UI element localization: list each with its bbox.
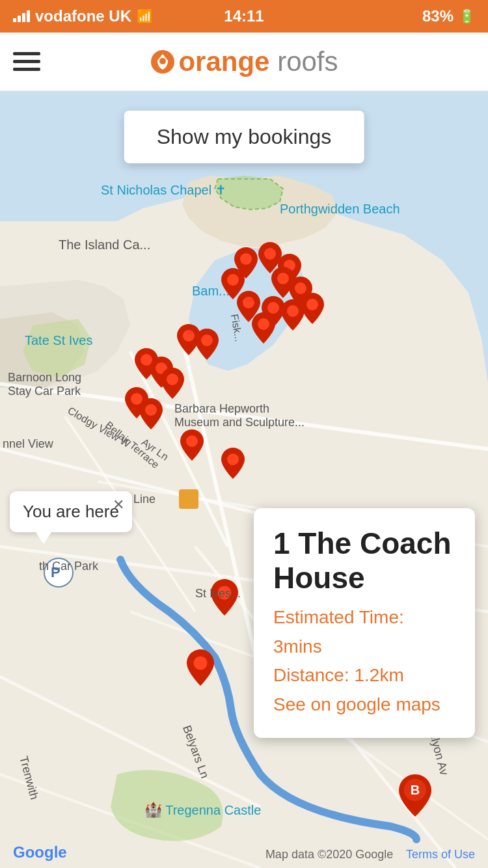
status-right: 83% 🔋 — [422, 7, 475, 25]
you-are-here-close-button[interactable]: ✕ — [113, 496, 124, 513]
google-logo: Google — [13, 843, 67, 861]
logo-icon — [150, 49, 176, 75]
svg-point-27 — [258, 318, 269, 330]
map-pin[interactable] — [301, 293, 324, 324]
map-pin[interactable] — [221, 448, 245, 479]
google-maps-link[interactable]: See on google maps — [273, 694, 441, 714]
hamburger-menu[interactable] — [13, 52, 40, 71]
google-attribution: Google — [13, 843, 67, 861]
svg-point-26 — [306, 299, 318, 310]
svg-point-25 — [287, 305, 299, 317]
status-time: 14:11 — [224, 7, 264, 25]
you-are-here-text: You are here — [23, 502, 119, 522]
battery-icon: 🔋 — [459, 8, 475, 24]
destination-marker[interactable]: B — [399, 774, 431, 817]
header: orange roofs — [0, 33, 488, 91]
wifi-icon: 📶 — [137, 8, 153, 24]
show-bookings-button[interactable]: Show my bookings — [124, 111, 364, 163]
map-data-attribution: Map data ©2020 Google Terms of Use — [265, 848, 475, 861]
terms-text[interactable]: Terms of Use — [406, 848, 475, 861]
battery-percentage: 83% — [422, 7, 454, 25]
svg-point-29 — [201, 334, 213, 346]
info-card-title: 1 The Coach House — [273, 526, 455, 595]
map-pin[interactable] — [252, 312, 275, 344]
parking-icon: P — [51, 564, 61, 581]
info-card: 1 The Coach House Estimated Time: 3mins … — [254, 508, 475, 738]
svg-point-35 — [186, 435, 198, 447]
status-left: vodafone UK 📶 — [13, 7, 153, 25]
svg-point-34 — [145, 404, 157, 416]
svg-rect-16 — [179, 489, 198, 509]
map-pin-lower[interactable] — [187, 649, 214, 686]
map-pin[interactable] — [180, 429, 204, 461]
svg-point-1 — [159, 58, 166, 64]
map-background — [0, 91, 488, 868]
map-pin-large[interactable] — [211, 579, 238, 616]
signal-icon — [13, 10, 30, 22]
svg-point-23 — [243, 297, 254, 308]
map-pin[interactable] — [139, 398, 163, 429]
svg-point-20 — [227, 274, 239, 286]
svg-point-38 — [218, 586, 232, 600]
svg-point-36 — [227, 454, 239, 465]
info-card-details: Estimated Time: 3mins Distance: 1.2km Se… — [273, 603, 455, 720]
you-are-here-tooltip: ✕ You are here — [10, 491, 132, 532]
svg-point-39 — [194, 657, 208, 670]
carrier-name: vodafone UK — [35, 7, 131, 25]
svg-point-21 — [277, 273, 289, 284]
distance: Distance: 1.2km — [273, 661, 455, 690]
svg-point-28 — [183, 330, 195, 342]
map-pin[interactable] — [195, 329, 219, 360]
map-pin[interactable] — [161, 368, 184, 399]
svg-point-17 — [240, 253, 252, 265]
map-container[interactable]: St Nicholas Chapel ✝ Porthgwidden Beach … — [0, 91, 488, 868]
svg-point-32 — [167, 373, 178, 385]
status-bar: vodafone UK 📶 14:11 83% 🔋 — [0, 0, 488, 33]
svg-point-18 — [264, 248, 276, 260]
logo-text: orange roofs — [178, 46, 338, 77]
app-logo: orange roofs — [150, 46, 338, 77]
svg-text:B: B — [411, 783, 420, 797]
estimated-time: Estimated Time: 3mins — [273, 603, 455, 662]
map-data-text: Map data ©2020 Google — [265, 848, 393, 861]
